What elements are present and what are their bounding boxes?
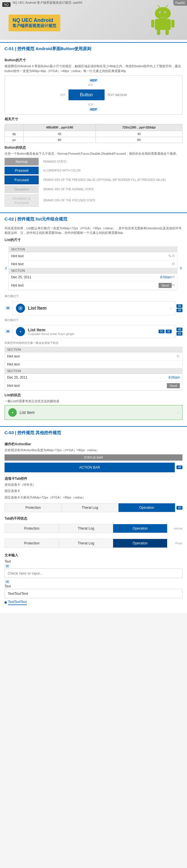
double-row-badges: 48 64 — [177, 328, 182, 336]
c02-content: 同高度原则类，List默认单行模式一高度为48dp+72px（#YGA）=90p… — [0, 224, 187, 424]
list-demo-main: SECTION Hint text ✎ 48 Hint text 48 SECT… — [8, 244, 177, 292]
btn-state-focused-row: Focused DRAWS 60% OF THE PRESSED VALUE (… — [5, 176, 182, 184]
list-row-3[interactable]: Dec 25, 2011 8:00am 48 — [9, 274, 177, 281]
list-section-3: SECTION — [5, 347, 182, 352]
tab-press-protection[interactable]: Protection — [5, 539, 59, 548]
btn-state-disabled-focused-row: Disabled & Focused DRAWS 20% OF THE FOCU… — [5, 194, 182, 207]
list-row-ni-4[interactable]: Hint text Send — [5, 381, 182, 390]
list-item-label: List Item — [28, 306, 167, 311]
header-icon-badge: NQ — [2, 2, 10, 7]
table-header-0 — [5, 124, 24, 131]
list-row-4[interactable]: Hint text Send 48 — [9, 281, 177, 290]
tab-normal-label: normal — [170, 527, 182, 530]
btn-state-disabled-row: Disabled DRAWS 30% OF THE NORMAL STATE — [5, 185, 182, 193]
list-row-ni-3[interactable]: Dec 25, 2011 8:00am — [5, 374, 182, 381]
send-button[interactable]: Send — [159, 283, 172, 288]
action-bar-badge: 48 — [177, 465, 182, 469]
svg-rect-10 — [157, 29, 160, 35]
dim-36: 36 — [5, 306, 10, 310]
c02-header: C-02 | 控件规范 list元件组合规范 — [0, 213, 187, 224]
list-section-1: SECTION — [9, 247, 177, 252]
input-field-1[interactable] — [5, 568, 182, 578]
tab-normal-row: Protection Therat Log Operation normal — [5, 522, 182, 535]
tab-normal-therat[interactable]: Therat Log — [59, 524, 113, 533]
spec-table: 480x800，ppi=240 720x1280，ppi=320dpi dp 4… — [5, 124, 182, 143]
tab-normal-operation[interactable]: Operation — [113, 524, 167, 533]
header-banner: NQ NQ UEC Android 客户端界面视觉设计规范--part04 NQ… — [0, 0, 187, 40]
tab-title: 选项卡Tab控件 — [5, 476, 182, 481]
tab-item-operation[interactable]: Operation — [118, 503, 175, 512]
tab-press-row: Protection Therat Log Operation Press — [5, 537, 182, 550]
input-label-2: Text — [5, 584, 182, 588]
tab-item-therat[interactable]: Therat Log — [62, 503, 118, 512]
list-row-ni-1[interactable]: Hint text ✎ — [5, 352, 182, 361]
tab-desc2: 固定选项卡 — [5, 489, 182, 493]
double-row-sub: Cupcake donut eclair froyo ginger — [28, 332, 156, 336]
list-item-state[interactable]: ✦ List Item › — [5, 405, 182, 420]
list-row-ni-2[interactable]: Hint text — [5, 361, 182, 368]
android-robot — [150, 4, 176, 36]
btn-pressed[interactable]: Pressed — [5, 167, 39, 174]
list-row-date: Dec 25, 2011 — [11, 275, 160, 279]
tab-demo-main: Protection Therat Log Operation — [5, 503, 175, 512]
list-item-state-text: List Item — [20, 410, 175, 415]
header-logo: NQ UEC Android 客户端界面视觉设计规范 — [8, 14, 60, 31]
green-circle-icon: ✦ — [8, 408, 17, 417]
svg-text:✦: ✦ — [19, 330, 22, 333]
single-row-mode-label: 单行模式下 — [5, 294, 182, 298]
badge-48: 48 — [177, 309, 182, 312]
button-diagram: 48DP 4DP 4DP Button TEXT MEDIUM 4DP — [5, 75, 182, 115]
double-row-wrapper: 36 ✦ List Item Cupcake donut eclair froy… — [5, 323, 182, 340]
list-row-text-4: Hint text — [11, 283, 159, 287]
tab-normal-protection[interactable]: Protection — [5, 524, 59, 533]
svg-text:✦: ✦ — [19, 307, 22, 310]
header-subtitle: NQ UEC Android 客户端界面视觉设计规范--part04 — [12, 1, 82, 5]
action-bar-demo-wrapper: STATUS BAR ACTION BAR 48 — [5, 454, 182, 474]
list-badge-2: 48 — [172, 262, 175, 266]
dim-right: 16 — [179, 244, 182, 292]
table-cell-px-label: px — [5, 137, 24, 143]
c02-desc: 同高度原则类，List默认单行模式一高度为48dp+72px（#YGA）=90p… — [5, 226, 182, 235]
list-avatar: ✦ — [16, 304, 25, 313]
tab-normal-demo: Protection Therat Log Operation — [5, 524, 167, 533]
table-cell-px-240: 60 — [24, 137, 96, 143]
btn-disabled: Disabled — [5, 185, 39, 193]
state-chevron-icon: › — [177, 410, 179, 415]
header-logo-wrapper: NQ UEC Android 客户端界面视觉设计规范 — [8, 14, 60, 31]
input-field-2[interactable]: TextTextText — [5, 589, 182, 598]
svg-point-0 — [155, 7, 171, 20]
tab-press-therat[interactable]: Therat Log — [59, 539, 113, 548]
input-field-3[interactable]: TextTextText — [8, 600, 27, 605]
btn-normal[interactable]: Normal — [5, 158, 39, 165]
list-badge-1: 48 — [172, 254, 175, 257]
btn-normal-desc: REMAINS STATIC — [43, 160, 67, 163]
input-size-2: 36 — [5, 580, 10, 584]
list-demo-wrapper: 76 SECTION Hint text ✎ 48 Hint text 48 — [5, 244, 182, 292]
button-demo[interactable]: Button — [69, 89, 104, 100]
table-cell-px-320: 80 — [96, 137, 182, 143]
double-row-main: List Item — [28, 327, 156, 332]
list-row-2[interactable]: Hint text 48 — [9, 260, 177, 268]
table-header-1: 480x800，ppi=240 — [24, 124, 96, 131]
tab-badge-40: 40 — [177, 506, 182, 509]
list-row-1[interactable]: Hint text ✎ 48 — [9, 252, 177, 260]
svg-text:✦: ✦ — [11, 411, 14, 414]
btn-focused[interactable]: Focused — [5, 176, 39, 184]
action-bar-row: ACTION BAR 48 — [5, 461, 182, 474]
send-button-2[interactable]: Send — [167, 383, 180, 388]
single-row-demo[interactable]: ✦ List Item › — [12, 301, 175, 315]
tab-press-demo: Protection Therat Log Operation — [5, 539, 167, 548]
c01-desc: 根据腾讯对Android 4 界面Button最小尺寸的规定，触摸区域必须控制在… — [5, 64, 182, 73]
btn-states-desc: 任意一个Button都具备如下几个状态：Normal,Pressed,Focus… — [5, 151, 182, 156]
text-input-title: 文本输入 — [5, 553, 182, 558]
tab-press-operation[interactable]: Operation — [113, 539, 167, 548]
edit-icon: ✎ — [168, 254, 172, 258]
tab-item-protection[interactable]: Protection — [5, 503, 62, 512]
text-input-2: 36 Text TextTextText — [5, 580, 182, 598]
list-demo-container: SECTION Hint text ✎ 48 Hint text 48 SECT… — [8, 246, 177, 290]
edit-icon-2: ✎ — [177, 354, 180, 359]
list-section-4: SECTION — [5, 368, 182, 374]
double-row-demo[interactable]: ✦ List Item Cupcake donut eclair froyo g… — [12, 325, 175, 338]
tab-press-label: Press — [170, 542, 182, 545]
list-badge-3: 48 — [172, 276, 175, 279]
